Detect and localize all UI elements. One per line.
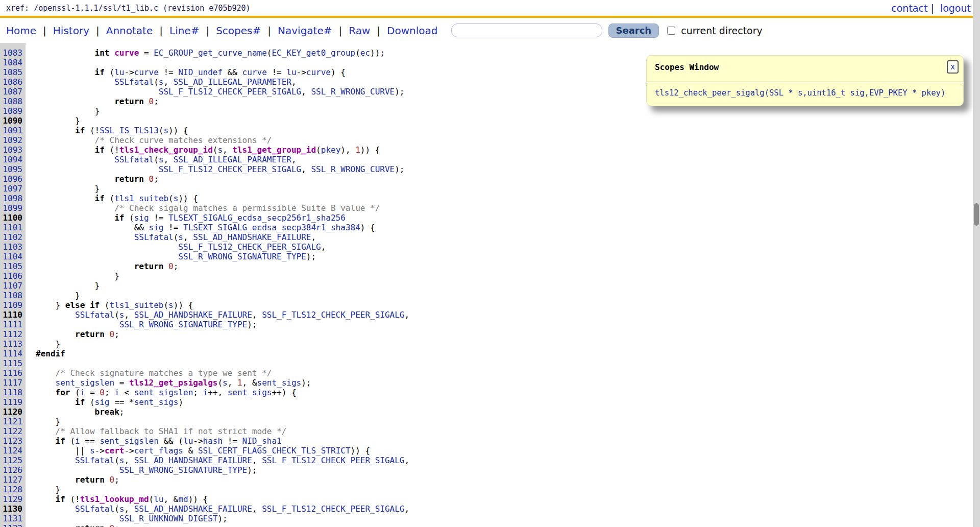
nav-link-scopes[interactable]: Scopes# xyxy=(216,25,261,37)
symbol-link[interactable]: SSL_AD_HANDSHAKE_FAILURE xyxy=(193,232,311,242)
symbol-link[interactable]: s xyxy=(119,456,125,465)
symbol-link[interactable]: SSLfatal xyxy=(134,232,174,242)
symbol-link[interactable]: i xyxy=(80,388,85,397)
symbol-link[interactable]: SSL_F_TLS12_CHECK_PEER_SIGALG xyxy=(178,242,321,252)
symbol-link[interactable]: SSL_AD_ILLEGAL_PARAMETER xyxy=(174,77,291,87)
line-number[interactable]: 1088 xyxy=(0,97,22,106)
symbol-link[interactable]: sig xyxy=(134,213,149,223)
symbol-link[interactable]: SSL_AD_HANDSHAKE_FAILURE xyxy=(134,504,252,514)
symbol-link[interactable]: sent_sigs xyxy=(228,388,272,397)
line-number[interactable]: 1096 xyxy=(0,174,22,184)
line-number[interactable]: 1115 xyxy=(0,358,22,368)
line-number[interactable]: 1127 xyxy=(0,475,22,485)
symbol-link[interactable]: NID_sha1 xyxy=(242,436,282,446)
symbol-link[interactable]: SSL_AD_HANDSHAKE_FAILURE xyxy=(134,310,252,320)
line-number[interactable]: 1103 xyxy=(0,242,22,252)
symbol-link[interactable]: SSL_R_WRONG_CURVE xyxy=(311,87,395,97)
symbol-definition-link[interactable]: tls1_check_group_id xyxy=(119,145,213,155)
symbol-link[interactable]: s xyxy=(163,126,168,135)
line-number[interactable]: 1112 xyxy=(0,329,22,339)
line-number[interactable]: 1122 xyxy=(0,426,22,436)
symbol-link[interactable]: SSL_R_WRONG_SIGNATURE_TYPE xyxy=(178,252,306,261)
contact-link[interactable]: contact xyxy=(891,3,927,14)
symbol-link[interactable]: s xyxy=(90,446,95,456)
line-number[interactable]: 1109 xyxy=(0,300,22,310)
search-input[interactable] xyxy=(451,23,602,37)
line-number[interactable]: 1095 xyxy=(0,164,22,174)
symbol-link[interactable]: SSL_F_TLS12_CHECK_PEER_SIGALG xyxy=(262,504,404,514)
scope-signature-link[interactable]: tls12_check_peer_sigalg(SSL * s,uint16_t… xyxy=(655,88,945,98)
symbol-link[interactable]: curve xyxy=(306,67,331,77)
line-number[interactable]: 1110 xyxy=(0,310,22,320)
line-number[interactable]: 1097 xyxy=(0,184,22,194)
symbol-link[interactable]: sig xyxy=(149,223,164,232)
symbol-link[interactable]: s xyxy=(168,300,174,310)
symbol-link[interactable]: hash xyxy=(203,436,223,446)
line-number[interactable]: 1090 xyxy=(0,116,22,126)
symbol-link[interactable]: tls1_suiteb xyxy=(114,194,168,203)
line-number[interactable]: 1129 xyxy=(0,494,22,504)
search-button[interactable]: Search xyxy=(608,23,659,38)
symbol-link[interactable]: SSL_AD_ILLEGAL_PARAMETER xyxy=(174,155,291,164)
symbol-definition-link[interactable]: curve xyxy=(114,48,139,58)
symbol-link[interactable]: s xyxy=(119,310,125,320)
symbol-link[interactable]: sent_sigs xyxy=(257,378,302,388)
symbol-link[interactable]: lu xyxy=(286,67,296,77)
nav-link-raw[interactable]: Raw xyxy=(349,25,370,37)
symbol-link[interactable]: SSL_F_TLS12_CHECK_PEER_SIGALG xyxy=(262,310,404,320)
symbol-link[interactable]: SSL_F_TLS12_CHECK_PEER_SIGALG xyxy=(159,87,301,97)
symbol-link[interactable]: i xyxy=(203,388,208,397)
symbol-link[interactable]: curve xyxy=(242,67,267,77)
symbol-link[interactable]: i xyxy=(75,436,80,446)
nav-link-download[interactable]: Download xyxy=(387,25,437,37)
symbol-link[interactable]: s xyxy=(174,194,179,203)
line-number[interactable]: 1120 xyxy=(0,407,22,417)
symbol-link[interactable]: ec xyxy=(360,48,370,58)
line-number[interactable]: 1089 xyxy=(0,106,22,116)
nav-link-home[interactable]: Home xyxy=(6,25,36,37)
symbol-link[interactable]: sig xyxy=(95,397,110,407)
symbol-link[interactable]: sent_sigslen xyxy=(56,378,115,388)
line-number[interactable]: 1083 xyxy=(0,48,22,58)
symbol-link[interactable]: EC_KEY_get0_group xyxy=(272,48,355,58)
line-number[interactable]: 1106 xyxy=(0,271,22,281)
symbol-link[interactable]: EC_GROUP_get_curve_name xyxy=(154,48,267,58)
symbol-definition-link[interactable]: tls1_get_group_id xyxy=(232,145,316,155)
line-number[interactable]: 1121 xyxy=(0,417,22,426)
line-number[interactable]: 1100 xyxy=(0,213,22,223)
line-number[interactable]: 1125 xyxy=(0,456,22,465)
symbol-link[interactable]: SSLfatal xyxy=(114,77,154,87)
symbol-link[interactable]: curve xyxy=(134,67,159,77)
line-number[interactable]: 1130 xyxy=(0,504,22,514)
symbol-link[interactable]: lu xyxy=(114,67,124,77)
symbol-link[interactable]: s xyxy=(217,145,223,155)
symbol-link[interactable]: s xyxy=(119,504,125,514)
line-number[interactable]: 1085 xyxy=(0,67,22,77)
line-number[interactable]: 1092 xyxy=(0,135,22,145)
symbol-link[interactable]: SSLfatal xyxy=(114,155,154,164)
line-number[interactable]: 1111 xyxy=(0,320,22,329)
nav-link-annotate[interactable]: Annotate xyxy=(106,25,153,37)
line-number[interactable]: 1131 xyxy=(0,514,22,523)
symbol-link[interactable]: lu xyxy=(154,494,163,504)
line-number[interactable]: 1102 xyxy=(0,232,22,242)
line-number[interactable]: 1132 xyxy=(0,523,22,527)
line-number[interactable]: 1087 xyxy=(0,87,22,97)
symbol-link[interactable]: SSL_CERT_FLAGS_CHECK_TLS_STRICT xyxy=(198,446,351,456)
symbol-link[interactable]: cert_flags xyxy=(134,446,183,456)
symbol-link[interactable]: SSL_AD_HANDSHAKE_FAILURE xyxy=(134,456,252,465)
symbol-link[interactable]: pkey xyxy=(321,145,341,155)
symbol-link[interactable]: sent_sigslen xyxy=(100,436,159,446)
line-number[interactable]: 1101 xyxy=(0,223,22,232)
nav-link-line[interactable]: Line# xyxy=(169,25,199,37)
symbol-definition-link[interactable]: cert xyxy=(105,446,125,456)
line-number[interactable]: 1104 xyxy=(0,252,22,261)
symbol-link[interactable]: i xyxy=(114,388,119,397)
symbol-link[interactable]: sent_sigs xyxy=(134,397,179,407)
nav-link-navigate[interactable]: Navigate# xyxy=(278,25,332,37)
symbol-link[interactable]: s xyxy=(178,232,183,242)
line-number[interactable]: 1105 xyxy=(0,261,22,271)
symbol-link[interactable]: s xyxy=(223,378,228,388)
symbol-link[interactable]: sent_sigslen xyxy=(134,388,193,397)
line-number[interactable]: 1099 xyxy=(0,203,22,213)
